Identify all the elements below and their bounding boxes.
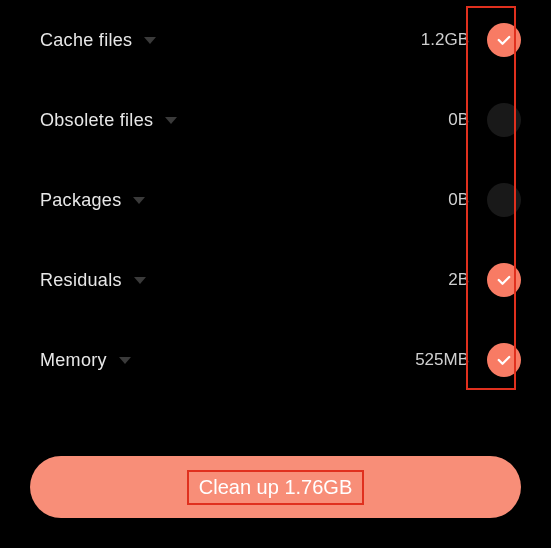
chevron-down-icon	[119, 357, 131, 364]
checkbox-cache-files[interactable]	[487, 23, 521, 57]
clean-up-label: Clean up 1.76GB	[199, 476, 352, 498]
row-label: Obsolete files	[40, 110, 153, 131]
row-size: 525MB	[415, 350, 469, 370]
row-expand[interactable]: Residuals	[40, 270, 438, 291]
row-label: Memory	[40, 350, 107, 371]
cleanup-list: Cache files 1.2GB Obsolete files 0B Pack…	[0, 0, 551, 400]
check-icon	[495, 31, 513, 49]
checkbox-residuals[interactable]	[487, 263, 521, 297]
clean-up-button[interactable]: Clean up 1.76GB	[30, 456, 521, 518]
row-cache-files[interactable]: Cache files 1.2GB	[40, 0, 521, 80]
checkbox-obsolete-files[interactable]	[487, 103, 521, 137]
checkbox-memory[interactable]	[487, 343, 521, 377]
check-icon	[495, 351, 513, 369]
row-label: Cache files	[40, 30, 132, 51]
row-residuals[interactable]: Residuals 2B	[40, 240, 521, 320]
row-packages[interactable]: Packages 0B	[40, 160, 521, 240]
button-zone: Clean up 1.76GB	[30, 456, 521, 518]
chevron-down-icon	[165, 117, 177, 124]
row-obsolete-files[interactable]: Obsolete files 0B	[40, 80, 521, 160]
checkbox-packages[interactable]	[487, 183, 521, 217]
row-expand[interactable]: Cache files	[40, 30, 411, 51]
row-expand[interactable]: Packages	[40, 190, 438, 211]
row-expand[interactable]: Obsolete files	[40, 110, 438, 131]
row-size: 0B	[448, 190, 469, 210]
row-size: 1.2GB	[421, 30, 469, 50]
highlight-button-label: Clean up 1.76GB	[187, 470, 364, 505]
row-expand[interactable]: Memory	[40, 350, 405, 371]
check-icon	[495, 271, 513, 289]
row-label: Residuals	[40, 270, 122, 291]
row-memory[interactable]: Memory 525MB	[40, 320, 521, 400]
row-size: 0B	[448, 110, 469, 130]
row-label: Packages	[40, 190, 121, 211]
row-size: 2B	[448, 270, 469, 290]
chevron-down-icon	[134, 277, 146, 284]
chevron-down-icon	[144, 37, 156, 44]
chevron-down-icon	[133, 197, 145, 204]
